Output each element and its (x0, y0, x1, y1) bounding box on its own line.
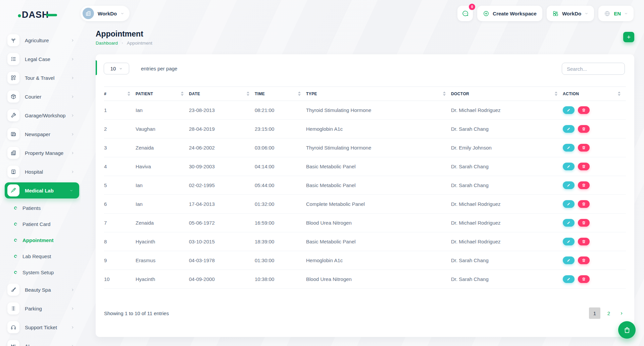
edit-button[interactable] (563, 275, 575, 283)
table-row: 8Hyacinth03-10-201518:39:00Basic Metabol… (104, 232, 626, 251)
cell-num: 5 (104, 176, 136, 195)
pencil-icon (566, 108, 571, 112)
cell-date: 17-04-2013 (189, 195, 255, 214)
plus-circle-icon (483, 10, 489, 17)
sidebar-subitem-appointment[interactable]: Appointment (0, 232, 81, 248)
sidebar-subitem-patient-card[interactable]: Patient Card (0, 216, 81, 232)
sidebar-subitem-label: Lab Request (22, 253, 51, 259)
marketplace-bag-button[interactable] (618, 321, 636, 339)
edit-button[interactable] (563, 125, 575, 133)
table-row: 2Vaughan28-04-201923:15:00Hemoglobin A1c… (104, 120, 626, 138)
delete-button[interactable] (578, 238, 590, 245)
app-logo: DASH (18, 9, 58, 19)
edit-button[interactable] (563, 256, 575, 264)
chevron-down-icon (624, 12, 628, 15)
cell-time: 23:15:00 (255, 120, 306, 138)
sidebar-item-label: AI (25, 343, 30, 346)
trash-icon (582, 127, 586, 131)
cell-doctor: Dr. Michael Rodriguez (451, 232, 563, 251)
cell-date: 23-08-2013 (189, 101, 255, 120)
shopping-bag-icon (623, 326, 631, 334)
next-page-button[interactable]: › (617, 307, 626, 319)
edit-button[interactable] (563, 200, 575, 208)
chevron-right-icon (71, 151, 75, 155)
bullet-icon (14, 222, 18, 226)
breadcrumb-dashboard-link[interactable]: Dashboard (96, 41, 118, 46)
gridplus-icon (7, 72, 19, 84)
delete-button[interactable] (578, 181, 590, 189)
sidebar-item-agriculture[interactable]: Agriculture (0, 31, 81, 50)
edit-button[interactable] (563, 144, 575, 152)
trash-icon (582, 258, 586, 263)
cell-patient: Ian (136, 195, 189, 214)
cell-time: 08:21:00 (255, 101, 306, 120)
cell-doctor: Dr. Sarah Chang (451, 251, 563, 270)
delete-button[interactable] (578, 219, 590, 227)
page-button-1[interactable]: 1 (589, 307, 600, 319)
cell-doctor: Dr. Sarah Chang (451, 120, 563, 138)
create-workspace-button[interactable]: Create Workspace (477, 6, 542, 21)
sidebar-item-newspaper[interactable]: Newspaper (0, 125, 81, 143)
search-input[interactable] (562, 63, 625, 75)
sidebar-item-support-ticket[interactable]: Support Ticket (0, 318, 81, 337)
add-appointment-button[interactable]: + (623, 32, 634, 42)
edit-button[interactable] (563, 181, 575, 189)
chevron-right-icon (121, 42, 124, 45)
column-header-action[interactable]: ACTION (563, 87, 626, 101)
cell-type: Blood Urea Nitrogen (306, 270, 451, 289)
sidebar-subitem-patients[interactable]: Patients (0, 200, 81, 216)
page-button-2[interactable]: 2 (603, 307, 614, 319)
sidebar-item-beauty-spa[interactable]: Beauty Spa (0, 280, 81, 299)
delete-button[interactable] (578, 125, 590, 133)
delete-button[interactable] (578, 256, 590, 264)
column-header-time[interactable]: TIME (255, 87, 306, 101)
cell-actions (563, 251, 626, 270)
sidebar-item-property-manage[interactable]: Property Manage (0, 143, 81, 162)
pencil-icon (566, 258, 571, 263)
box-icon (7, 91, 19, 103)
sidebar-item-garage-workshop[interactable]: Garage/Workshop (0, 106, 81, 125)
column-label: TYPE (306, 92, 317, 96)
cell-num: 3 (104, 138, 136, 157)
sidebar-subitem-label: Appointment (22, 237, 53, 243)
appointments-table: #PATIENTDATETIMETYPEDOCTORACTION 1Ian23-… (104, 86, 626, 289)
delete-button[interactable] (578, 163, 590, 170)
workdo-apps-menu[interactable]: WorkDo (547, 6, 594, 21)
column-header-[interactable]: # (104, 87, 136, 101)
cell-date: 05-06-1972 (189, 214, 255, 232)
delete-button[interactable] (578, 106, 590, 114)
sidebar-subitem-lab-request[interactable]: Lab Request (0, 248, 81, 264)
column-header-patient[interactable]: PATIENT (136, 87, 189, 101)
sidebar-item-parking[interactable]: Parking (0, 299, 81, 318)
column-header-date[interactable]: DATE (189, 87, 255, 101)
column-header-doctor[interactable]: DOCTOR (451, 87, 563, 101)
sidebar-subitem-system-setup[interactable]: System Setup (0, 264, 81, 280)
main-content: Appointment Dashboard Appointment + 10 e… (81, 27, 644, 346)
trash-icon (582, 164, 586, 169)
chevron-right-icon (71, 170, 75, 174)
sidebar-item-ai[interactable]: AI (0, 337, 81, 346)
sidebar-item-courier[interactable]: Courier (0, 87, 81, 106)
workspace-selector[interactable]: WorkDo (81, 6, 130, 21)
sidebar-item-medical-lab[interactable]: Medical Lab (5, 182, 79, 198)
edit-button[interactable] (563, 238, 575, 245)
delete-button[interactable] (578, 275, 590, 283)
cell-actions (563, 120, 626, 138)
sidebar-item-hospital[interactable]: Hospital (0, 162, 81, 181)
edit-button[interactable] (563, 219, 575, 227)
wrench-icon (7, 109, 19, 121)
delete-button[interactable] (578, 144, 590, 152)
sidebar-item-legal-case[interactable]: Legal Case (0, 50, 81, 68)
column-header-type[interactable]: TYPE (306, 87, 451, 101)
entries-per-page-select[interactable]: 10 (104, 63, 129, 74)
chevron-right-icon (71, 288, 75, 292)
delete-button[interactable] (578, 200, 590, 208)
edit-button[interactable] (563, 106, 575, 114)
cell-date: 03-10-2015 (189, 232, 255, 251)
chevron-right-icon (71, 132, 75, 136)
sidebar-item-tour-travel[interactable]: Tour & Travel (0, 68, 81, 87)
cell-actions (563, 157, 626, 176)
language-selector[interactable]: EN (598, 6, 634, 21)
edit-button[interactable] (563, 163, 575, 170)
messages-button[interactable]: 0 (457, 6, 473, 21)
